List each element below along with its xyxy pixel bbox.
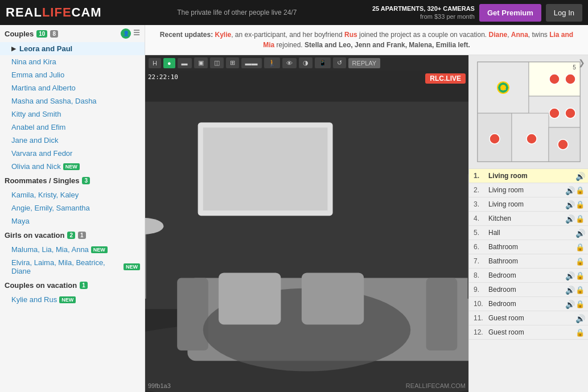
floor-plan-svg: 5 11 [475,59,583,164]
floor-plan-chevron[interactable]: ❯ [578,58,585,67]
toolbar-h-button[interactable]: H [149,58,161,68]
sidebar-item-leora-paul[interactable]: ▶ Leora and Paul [0,42,145,55]
olivia-nick-link[interactable]: Olivia and Nick [11,162,61,171]
varvara-fedor-link[interactable]: Varvara and Fedor [11,149,72,158]
kylie-rus-link[interactable]: Kylie and Rus [11,295,57,304]
room-num: 2. [474,186,485,194]
toolbar-grid-button[interactable]: ⊞ [226,57,239,68]
masha-sasha-link[interactable]: Masha and Sasha, Dasha [11,97,97,105]
sidebar-item-jane-dick[interactable]: Jane and Dick [0,134,145,147]
toolbar-fullscreen-button[interactable]: ▣ [194,57,208,68]
room-num: 5. [474,229,485,237]
toolbar-person-button[interactable]: 🚶 [264,57,280,68]
couples-vacation-badge: 1 [80,282,88,289]
live-badge: RLC.LIVE [425,73,466,84]
kitty-smith-link[interactable]: Kitty and Smith [11,110,61,118]
couples-section-icon-person[interactable]: 👤 [121,28,131,39]
toolbar-split-button[interactable]: ▬▬ [241,58,262,68]
sidebar-item-martina-alberto[interactable]: Martina and Alberto [0,81,145,94]
sidebar-item-masha-sasha[interactable]: Masha and Sasha, Dasha [0,94,145,108]
video-timestamp: 22:22:10 [148,73,178,81]
content-area: Recent updates: Kylie, an ex-participant… [145,25,588,392]
lock-icon: 🔒 [575,300,583,308]
elvira-link[interactable]: Elvira, Laima, Mila, Beatrice, Diane [11,258,121,275]
room-item-2[interactable]: 2. Living room 🔊 🔒 [469,183,588,197]
svg-point-35 [500,85,506,90]
toolbar-pip-button[interactable]: ◫ [210,57,224,68]
toolbar-record-button[interactable]: ● [163,58,175,68]
sidebar-item-emma-julio[interactable]: Emma and Julio [0,68,145,81]
logo: REALLIFECAM [6,5,102,20]
sidebar-item-varvara-fedor[interactable]: Varvara and Fedor [0,147,145,160]
svg-rect-12 [302,273,364,324]
toolbar-half-button[interactable]: ◑ [299,57,312,68]
emma-julio-link[interactable]: Emma and Julio [11,71,64,79]
svg-point-32 [527,134,537,144]
couples-section-icon-menu[interactable]: ☰ [133,28,140,39]
toolbar-aspect-button[interactable]: ▬ [178,58,192,68]
couples-label: Couples [5,30,34,38]
sidebar-item-anabel-efim[interactable]: Anabel and Efim [0,121,145,134]
room-item-9[interactable]: 9. Bedroom 🔊 🔒 [469,283,588,297]
martina-alberto-link[interactable]: Martina and Alberto [11,84,76,92]
room-item-10[interactable]: 10. Bedroom 🔊 🔒 [469,297,588,311]
sound-icon: 🔊 [565,186,573,194]
diane-link[interactable]: Diane [488,31,507,39]
kamila-link[interactable]: Kamila, Kristy, Kaley [11,191,79,199]
rus-link[interactable]: Rus [344,31,357,39]
toolbar-replay-button[interactable]: REPLAY [348,58,381,68]
room-item-5[interactable]: 5. Hall 🔊 [469,226,588,240]
sound-icon: 🔊 [565,300,573,308]
girls-label: Girls on vacation [5,231,64,240]
leora-paul-link[interactable]: Leora and Paul [19,44,72,53]
sidebar-item-angie[interactable]: Angie, Emily, Samantha [0,201,145,214]
sidebar-item-elvira[interactable]: Elvira, Laima, Mila, Beatrice, Diane NEW [0,256,145,278]
video-container: H ● ▬ ▣ ◫ ⊞ ▬▬ 🚶 👁 ◑ 📱 ↺ REPLAY [145,55,468,392]
sound-icon: 🔊 [565,214,573,222]
nina-kira-link[interactable]: Nina and Kira [11,57,56,66]
roommates-badge: 3 [82,177,90,184]
lock-icon: 🔒 [575,214,583,222]
anabel-efim-link[interactable]: Anabel and Efim [11,123,65,131]
sidebar-item-nina-kira[interactable]: Nina and Kira [0,55,145,68]
sidebar-item-kitty-smith[interactable]: Kitty and Smith [0,108,145,121]
login-button[interactable]: Log In [546,4,582,22]
room-item-1[interactable]: 1. Living room 🔊 [469,169,588,183]
sidebar-item-olivia-nick[interactable]: Olivia and Nick NEW [0,160,145,173]
get-premium-button[interactable]: Get Premium [479,4,541,22]
sidebar-item-kylie-rus[interactable]: Kylie and Rus NEW [0,293,145,306]
room-num: 10. [474,300,485,308]
kylie-link[interactable]: Kylie [215,31,232,39]
room-item-4[interactable]: 4. Kitchen 🔊 🔒 [469,212,588,226]
room-item-7[interactable]: 7. Bathroom 🔒 [469,254,588,269]
notice-bar: Recent updates: Kylie, an ex-participant… [145,25,588,55]
floor-plan: 5 11 [469,55,588,169]
roommates-section-header: Roommates / Singles 3 [0,173,145,188]
video-cam-id: 99fb1a3 [148,382,171,389]
room-panel: 5 11 [468,55,588,392]
couples-online-badge: 10 [36,30,47,38]
anna-link[interactable]: Anna [511,31,528,39]
sidebar-item-maya[interactable]: Maya [0,214,145,228]
room-item-6[interactable]: 6. Bathroom 🔒 [469,240,588,254]
room-item-11[interactable]: 11. Guest room 🔊 [469,311,588,325]
room-name: Bathroom [488,243,573,251]
sidebar-item-maluma[interactable]: Maluma, Lia, Mia, Anna NEW [0,243,145,256]
svg-point-30 [565,108,575,118]
header-right: 25 APARTMENTS, 320+ CAMERAS from $33 per… [372,4,582,22]
svg-text:5: 5 [573,64,576,71]
sidebar-item-kamila[interactable]: Kamila, Kristy, Kaley [0,188,145,201]
toolbar-eye-button[interactable]: 👁 [282,58,297,68]
jane-dick-link[interactable]: Jane and Dick [11,136,58,145]
tagline: The private life of other people live 24… [113,9,361,16]
angie-link[interactable]: Angie, Emily, Samantha [11,204,90,212]
room-item-12[interactable]: 12. Guest room 🔒 [469,325,588,340]
room-name: Kitchen [488,214,563,222]
couples-section-header: Couples 10 8 👤 ☰ [0,25,145,42]
maluma-link[interactable]: Maluma, Lia, Mia, Anna [11,245,89,254]
maya-link[interactable]: Maya [11,217,30,225]
toolbar-mobile-button[interactable]: 📱 [315,57,331,68]
toolbar-refresh-button[interactable]: ↺ [333,57,346,68]
room-item-8[interactable]: 8. Bedroom 🔊 🔒 [469,269,588,283]
room-item-3[interactable]: 3. Living room 🔊 🔒 [469,197,588,212]
